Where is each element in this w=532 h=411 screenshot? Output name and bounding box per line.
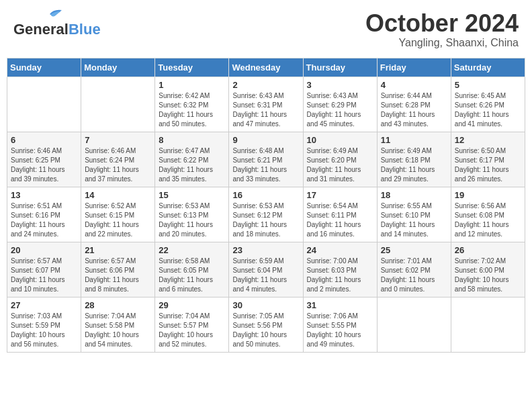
calendar-cell: 9Sunrise: 6:48 AM Sunset: 6:21 PM Daylig… [229, 132, 303, 187]
logo-blue: Blue [69, 21, 101, 38]
day-info: Sunrise: 6:46 AM Sunset: 6:24 PM Dayligh… [85, 146, 151, 184]
day-number: 1 [159, 80, 225, 90]
day-info: Sunrise: 6:49 AM Sunset: 6:20 PM Dayligh… [307, 146, 373, 184]
day-number: 5 [455, 80, 521, 90]
weekday-header-wednesday: Wednesday [229, 58, 303, 77]
day-info: Sunrise: 6:51 AM Sunset: 6:16 PM Dayligh… [11, 201, 77, 239]
calendar-table: SundayMondayTuesdayWednesdayThursdayFrid… [7, 58, 525, 353]
day-info: Sunrise: 7:04 AM Sunset: 5:57 PM Dayligh… [159, 312, 225, 349]
day-info: Sunrise: 6:48 AM Sunset: 6:21 PM Dayligh… [232, 146, 299, 184]
day-number: 31 [307, 300, 373, 310]
day-number: 11 [381, 135, 447, 145]
day-number: 9 [232, 135, 299, 145]
calendar-cell [377, 297, 451, 352]
logo-general: General [13, 21, 69, 38]
calendar-cell [451, 297, 525, 352]
day-info: Sunrise: 6:55 AM Sunset: 6:10 PM Dayligh… [381, 201, 447, 239]
day-info: Sunrise: 6:50 AM Sunset: 6:17 PM Dayligh… [455, 146, 521, 184]
day-number: 4 [381, 80, 447, 90]
calendar-cell: 11Sunrise: 6:49 AM Sunset: 6:18 PM Dayli… [377, 132, 451, 187]
day-info: Sunrise: 7:01 AM Sunset: 6:02 PM Dayligh… [381, 257, 447, 294]
calendar-cell: 3Sunrise: 6:43 AM Sunset: 6:29 PM Daylig… [303, 77, 377, 132]
day-number: 22 [159, 245, 225, 255]
calendar-cell: 23Sunrise: 6:59 AM Sunset: 6:04 PM Dayli… [229, 242, 303, 297]
day-info: Sunrise: 6:57 AM Sunset: 6:07 PM Dayligh… [11, 257, 77, 294]
calendar-cell: 10Sunrise: 6:49 AM Sunset: 6:20 PM Dayli… [303, 132, 377, 187]
day-number: 3 [307, 80, 373, 90]
calendar-cell: 6Sunrise: 6:46 AM Sunset: 6:25 PM Daylig… [7, 132, 81, 187]
day-info: Sunrise: 6:53 AM Sunset: 6:12 PM Dayligh… [232, 201, 299, 239]
calendar-cell: 24Sunrise: 7:00 AM Sunset: 6:03 PM Dayli… [303, 242, 377, 297]
calendar-cell [7, 77, 81, 132]
calendar-cell: 14Sunrise: 6:52 AM Sunset: 6:15 PM Dayli… [81, 187, 155, 242]
weekday-header-saturday: Saturday [451, 58, 525, 77]
day-info: Sunrise: 6:56 AM Sunset: 6:08 PM Dayligh… [455, 201, 521, 239]
day-info: Sunrise: 6:44 AM Sunset: 6:28 PM Dayligh… [381, 91, 447, 129]
day-number: 23 [232, 245, 299, 255]
calendar-cell: 25Sunrise: 7:01 AM Sunset: 6:02 PM Dayli… [377, 242, 451, 297]
calendar-cell: 4Sunrise: 6:44 AM Sunset: 6:28 PM Daylig… [377, 77, 451, 132]
day-info: Sunrise: 7:06 AM Sunset: 5:55 PM Dayligh… [307, 312, 373, 349]
calendar-cell: 29Sunrise: 7:04 AM Sunset: 5:57 PM Dayli… [155, 297, 229, 352]
calendar-cell: 26Sunrise: 7:02 AM Sunset: 6:00 PM Dayli… [451, 242, 525, 297]
weekday-header-sunday: Sunday [7, 58, 81, 77]
calendar-cell [81, 77, 155, 132]
calendar-cell: 16Sunrise: 6:53 AM Sunset: 6:12 PM Dayli… [229, 187, 303, 242]
location: Yangling, Shaanxi, China [365, 37, 519, 49]
day-number: 24 [307, 245, 373, 255]
calendar-cell: 5Sunrise: 6:45 AM Sunset: 6:26 PM Daylig… [451, 77, 525, 132]
day-number: 18 [381, 190, 447, 200]
weekday-header-monday: Monday [81, 58, 155, 77]
day-number: 30 [232, 300, 299, 310]
calendar-cell: 12Sunrise: 6:50 AM Sunset: 6:17 PM Dayli… [451, 132, 525, 187]
day-number: 20 [11, 245, 77, 255]
day-info: Sunrise: 6:53 AM Sunset: 6:13 PM Dayligh… [159, 201, 225, 239]
calendar-cell: 21Sunrise: 6:57 AM Sunset: 6:06 PM Dayli… [81, 242, 155, 297]
day-info: Sunrise: 6:43 AM Sunset: 6:31 PM Dayligh… [232, 91, 299, 129]
month-title: October 2024 [365, 10, 519, 37]
day-info: Sunrise: 6:52 AM Sunset: 6:15 PM Dayligh… [85, 201, 151, 239]
title-area: October 2024 Yangling, Shaanxi, China [365, 10, 519, 49]
day-number: 8 [159, 135, 225, 145]
day-number: 15 [159, 190, 225, 200]
calendar-cell: 19Sunrise: 6:56 AM Sunset: 6:08 PM Dayli… [451, 187, 525, 242]
week-row-2: 6Sunrise: 6:46 AM Sunset: 6:25 PM Daylig… [7, 132, 525, 187]
calendar-cell: 30Sunrise: 7:05 AM Sunset: 5:56 PM Dayli… [229, 297, 303, 352]
week-row-4: 20Sunrise: 6:57 AM Sunset: 6:07 PM Dayli… [7, 242, 525, 297]
day-number: 2 [232, 80, 299, 90]
page-header: General Blue October 2024 Yangling, Shaa… [7, 7, 525, 52]
calendar-cell: 17Sunrise: 6:54 AM Sunset: 6:11 PM Dayli… [303, 187, 377, 242]
day-number: 12 [455, 135, 521, 145]
day-info: Sunrise: 6:46 AM Sunset: 6:25 PM Dayligh… [11, 146, 77, 184]
calendar-cell: 7Sunrise: 6:46 AM Sunset: 6:24 PM Daylig… [81, 132, 155, 187]
day-info: Sunrise: 6:59 AM Sunset: 6:04 PM Dayligh… [232, 257, 299, 294]
weekday-header-row: SundayMondayTuesdayWednesdayThursdayFrid… [7, 58, 525, 77]
day-number: 16 [232, 190, 299, 200]
calendar-cell: 15Sunrise: 6:53 AM Sunset: 6:13 PM Dayli… [155, 187, 229, 242]
day-info: Sunrise: 7:04 AM Sunset: 5:58 PM Dayligh… [85, 312, 151, 349]
calendar-cell: 1Sunrise: 6:42 AM Sunset: 6:32 PM Daylig… [155, 77, 229, 132]
day-info: Sunrise: 7:05 AM Sunset: 5:56 PM Dayligh… [232, 312, 299, 349]
calendar-cell: 13Sunrise: 6:51 AM Sunset: 6:16 PM Dayli… [7, 187, 81, 242]
day-number: 26 [455, 245, 521, 255]
day-info: Sunrise: 6:49 AM Sunset: 6:18 PM Dayligh… [381, 146, 447, 184]
day-number: 17 [307, 190, 373, 200]
day-number: 25 [381, 245, 447, 255]
week-row-5: 27Sunrise: 7:03 AM Sunset: 5:59 PM Dayli… [7, 297, 525, 352]
weekday-header-tuesday: Tuesday [155, 58, 229, 77]
day-info: Sunrise: 6:57 AM Sunset: 6:06 PM Dayligh… [85, 257, 151, 294]
logo-bird-icon [42, 7, 62, 21]
day-number: 7 [85, 135, 151, 145]
day-number: 14 [85, 190, 151, 200]
day-number: 13 [11, 190, 77, 200]
day-info: Sunrise: 6:45 AM Sunset: 6:26 PM Dayligh… [455, 91, 521, 129]
day-number: 27 [11, 300, 77, 310]
day-info: Sunrise: 6:54 AM Sunset: 6:11 PM Dayligh… [307, 201, 373, 239]
day-number: 19 [455, 190, 521, 200]
day-number: 6 [11, 135, 77, 145]
day-info: Sunrise: 7:02 AM Sunset: 6:00 PM Dayligh… [455, 257, 521, 294]
day-number: 28 [85, 300, 151, 310]
day-info: Sunrise: 6:47 AM Sunset: 6:22 PM Dayligh… [159, 146, 225, 184]
day-info: Sunrise: 7:00 AM Sunset: 6:03 PM Dayligh… [307, 257, 373, 294]
logo: General Blue [13, 10, 101, 38]
